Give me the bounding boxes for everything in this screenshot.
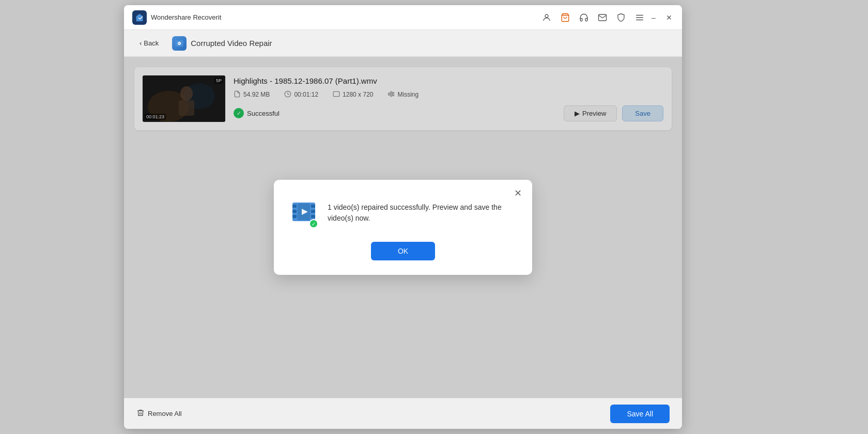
- minimize-button[interactable]: –: [649, 13, 658, 22]
- content-area: 00:01:23 5P Highlights - 1985.12-1986.07…: [124, 57, 682, 398]
- headset-icon[interactable]: [579, 12, 589, 23]
- trash-icon: [136, 409, 145, 419]
- remove-all-button[interactable]: Remove All: [136, 409, 182, 419]
- page-icon: [172, 36, 187, 51]
- modal-overlay: ✕: [124, 57, 682, 398]
- app-logo: [132, 10, 147, 25]
- back-chevron-icon: ‹: [140, 39, 142, 47]
- cart-icon[interactable]: [560, 12, 570, 23]
- success-modal: ✕: [274, 180, 532, 275]
- menu-icon[interactable]: [634, 12, 645, 23]
- modal-icon-container: ✓: [290, 198, 317, 227]
- close-button[interactable]: ✕: [664, 13, 674, 22]
- modal-message: 1 video(s) repaired successfully. Previe…: [328, 202, 516, 224]
- back-button[interactable]: ‹ Back: [134, 36, 164, 50]
- title-bar-icons: [541, 12, 645, 23]
- app-title: Wondershare Recoverit: [151, 13, 541, 21]
- svg-rect-22: [311, 205, 315, 208]
- ok-button[interactable]: OK: [371, 242, 435, 260]
- modal-footer: OK: [290, 242, 516, 260]
- svg-rect-20: [292, 210, 297, 213]
- svg-rect-19: [292, 205, 297, 208]
- title-bar-controls: – ✕: [649, 13, 674, 22]
- svg-rect-23: [311, 210, 315, 213]
- save-all-button[interactable]: Save All: [610, 405, 670, 423]
- svg-rect-21: [292, 215, 297, 218]
- app-window: Wondershare Recoverit: [124, 5, 682, 429]
- svg-point-0: [545, 14, 548, 18]
- modal-close-button[interactable]: ✕: [512, 187, 524, 199]
- shield-icon[interactable]: [616, 12, 626, 23]
- page-title: Corrupted Video Repair: [191, 39, 272, 48]
- mail-icon[interactable]: [597, 12, 608, 23]
- user-icon[interactable]: [541, 12, 552, 23]
- nav-bar: ‹ Back Corrupted Video Repair: [124, 30, 682, 57]
- modal-body: ✓ 1 video(s) repaired successfully. Prev…: [290, 198, 516, 227]
- bottom-bar: Remove All Save All: [124, 398, 682, 429]
- svg-rect-24: [311, 215, 315, 218]
- modal-success-badge: ✓: [309, 219, 318, 228]
- title-bar: Wondershare Recoverit: [124, 5, 682, 30]
